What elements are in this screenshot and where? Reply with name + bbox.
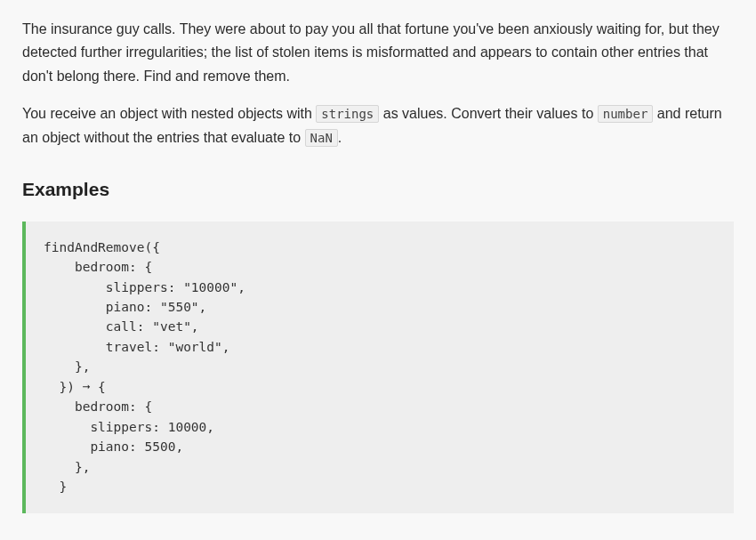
intro-paragraph-2: You receive an object with nested object… [22, 102, 734, 149]
text-segment: You receive an object with nested object… [22, 106, 316, 121]
intro-paragraph-1: The insurance guy calls. They were about… [22, 18, 734, 88]
inline-code-number: number [598, 105, 654, 123]
inline-code-nan: NaN [305, 129, 338, 147]
text-segment: . [338, 130, 342, 145]
text-segment: as values. Convert their values to [379, 106, 597, 121]
inline-code-strings: strings [316, 105, 379, 123]
example-code-block: findAndRemove({ bedroom: { slippers: "10… [22, 222, 734, 513]
examples-heading: Examples [22, 174, 734, 206]
